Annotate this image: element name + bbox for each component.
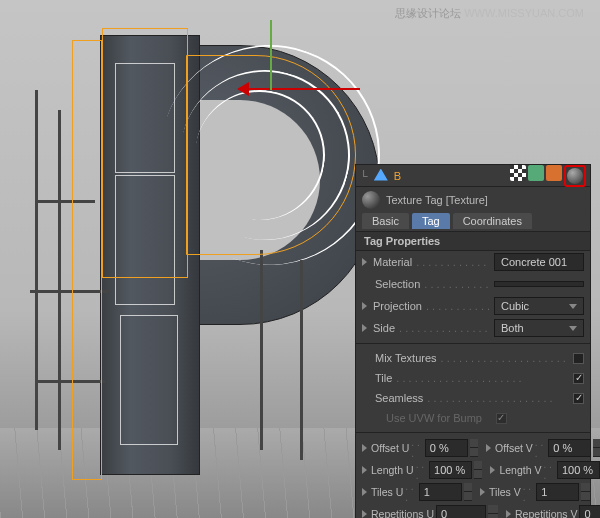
use-uvw-checkbox [496, 413, 507, 424]
mix-textures-checkbox[interactable] [573, 353, 584, 364]
prop-projection: Projection Cubic [356, 295, 590, 317]
gizmo-x-axis[interactable] [240, 88, 360, 90]
tab-coordinates[interactable]: Coordinates [453, 213, 532, 229]
prop-repetitions: Repetitions U 0 Repetitions V 0 [356, 503, 590, 518]
disclosure-icon[interactable] [480, 488, 485, 496]
offset-v-input[interactable]: 0 % [548, 439, 591, 457]
spin-up[interactable] [470, 439, 478, 448]
gizmo-y-axis[interactable] [270, 20, 272, 90]
reps-u-input[interactable]: 0 [436, 505, 486, 518]
disclosure-icon[interactable] [362, 302, 367, 310]
side-dropdown[interactable]: Both [494, 319, 584, 337]
tab-bar: Basic Tag Coordinates [356, 213, 590, 231]
spin-up[interactable] [593, 439, 600, 448]
prop-offset: Offset U 0 % Offset V 0 % [356, 437, 590, 459]
prop-selection: Selection [356, 273, 590, 295]
spin-up[interactable] [464, 483, 472, 492]
prop-use-uvw: Use UVW for Bump [356, 408, 590, 428]
tag-generic-icon[interactable] [528, 165, 544, 181]
spin-down[interactable] [581, 492, 589, 501]
spin-up[interactable] [488, 505, 498, 514]
spin-down[interactable] [593, 448, 600, 457]
prop-length: Length U 100 % Length V 100 % [356, 459, 590, 481]
material-field[interactable]: Concrete 001 [494, 253, 584, 271]
disclosure-icon[interactable] [362, 258, 367, 266]
disclosure-icon[interactable] [362, 510, 367, 518]
texture-sphere-icon [362, 191, 380, 209]
tile-checkbox[interactable] [573, 373, 584, 384]
prop-side: Side Both [356, 317, 590, 339]
spin-up[interactable] [474, 461, 482, 470]
object-type-icon [374, 169, 388, 183]
prop-seamless: Seamless [356, 388, 590, 408]
prop-tiles: Tiles U 1 Tiles V 1 [356, 481, 590, 503]
reps-v-input[interactable]: 0 [579, 505, 600, 518]
tab-tag[interactable]: Tag [412, 213, 450, 229]
object-name[interactable]: B [394, 170, 510, 182]
prop-mix-textures: Mix Textures [356, 348, 590, 368]
selection-field[interactable] [494, 281, 584, 287]
object-header: └ B [356, 165, 590, 187]
tab-basic[interactable]: Basic [362, 213, 409, 229]
prop-tile: Tile [356, 368, 590, 388]
tiles-u-input[interactable]: 1 [419, 483, 462, 501]
spin-up[interactable] [581, 483, 589, 492]
tag-phong-icon[interactable] [510, 165, 526, 181]
disclosure-icon[interactable] [506, 510, 511, 518]
length-u-input[interactable]: 100 % [429, 461, 472, 479]
spin-down[interactable] [470, 448, 478, 457]
panel-title-row: Texture Tag [Texture] [356, 187, 590, 213]
attribute-panel: └ B Texture Tag [Texture] Basic Tag Coor… [355, 164, 591, 518]
section-tag-properties: Tag Properties [356, 231, 590, 251]
tiles-v-input[interactable]: 1 [536, 483, 579, 501]
offset-u-input[interactable]: 0 % [425, 439, 468, 457]
spin-down[interactable] [464, 492, 472, 501]
prop-material: Material Concrete 001 [356, 251, 590, 273]
disclosure-icon[interactable] [362, 466, 367, 474]
panel-title: Texture Tag [Texture] [386, 194, 488, 206]
disclosure-icon[interactable] [362, 488, 367, 496]
tag-display-icon[interactable] [546, 165, 562, 181]
disclosure-icon[interactable] [362, 444, 367, 452]
projection-dropdown[interactable]: Cubic [494, 297, 584, 315]
seamless-checkbox[interactable] [573, 393, 584, 404]
disclosure-icon[interactable] [362, 324, 367, 332]
spin-down[interactable] [488, 514, 498, 518]
tag-texture-icon[interactable] [567, 168, 583, 184]
length-v-input[interactable]: 100 % [557, 461, 600, 479]
disclosure-icon[interactable] [486, 444, 491, 452]
watermark-top: 思缘设计论坛 WWW.MISSYUAN.COM [395, 6, 584, 21]
disclosure-icon[interactable] [490, 466, 495, 474]
spin-down[interactable] [474, 470, 482, 479]
